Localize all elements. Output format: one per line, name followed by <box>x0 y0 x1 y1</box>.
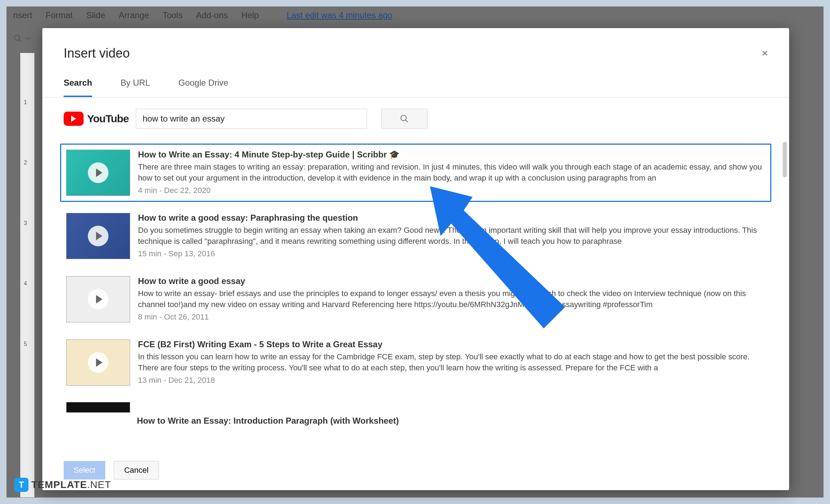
video-thumbnail <box>66 213 130 259</box>
result-meta: 15 min - Sep 13, 2016 <box>138 249 765 258</box>
result-item[interactable]: How to write a good essay: Paraphrasing … <box>60 207 771 265</box>
select-button[interactable]: Select <box>64 461 105 479</box>
toolbar <box>13 34 30 43</box>
dialog-header: Insert video × <box>42 28 789 68</box>
play-overlay-icon <box>88 162 108 183</box>
dialog-tabs: Search By URL Google Drive <box>42 68 789 97</box>
search-icon <box>400 114 409 123</box>
search-input[interactable] <box>136 109 367 129</box>
video-thumbnail <box>66 276 130 322</box>
result-title: FCE (B2 First) Writing Exam - 5 Steps to… <box>138 339 765 349</box>
play-overlay-icon <box>88 289 108 310</box>
menu-slide[interactable]: Slide <box>86 10 105 20</box>
watermark-badge: T <box>14 478 28 492</box>
play-overlay-icon <box>88 352 108 373</box>
result-title: How to Write an Essay: Introduction Para… <box>60 416 771 426</box>
dialog-footer: Select Cancel <box>42 454 789 490</box>
chevron-down-icon <box>25 36 30 41</box>
ruler-tick: 5 <box>24 341 27 347</box>
insert-video-dialog: Insert video × Search By URL Google Driv… <box>42 28 789 490</box>
zoom-dropdown[interactable] <box>13 34 30 43</box>
dialog-title: Insert video <box>64 46 130 61</box>
app-background: nsert Format Slide Arrange Tools Add-ons… <box>6 6 824 498</box>
svg-point-0 <box>14 35 20 40</box>
menu-format[interactable]: Format <box>46 10 73 20</box>
menu-addons[interactable]: Add-ons <box>196 10 228 20</box>
play-overlay-icon <box>88 226 108 246</box>
ruler-tick: 4 <box>24 280 27 287</box>
youtube-label: YouTube <box>87 113 129 125</box>
result-meta: 13 min - Dec 21, 2018 <box>138 376 765 385</box>
ruler-tick: 3 <box>24 220 27 226</box>
youtube-logo: YouTube <box>64 112 129 126</box>
tab-search[interactable]: Search <box>64 78 92 97</box>
svg-point-2 <box>401 115 406 120</box>
menu-arrange[interactable]: Arrange <box>119 10 149 20</box>
menu-help[interactable]: Help <box>241 10 259 20</box>
video-thumbnail <box>66 339 130 386</box>
result-description: There are three main stages to writing a… <box>138 162 765 184</box>
cancel-button[interactable]: Cancel <box>114 461 159 479</box>
tab-by-url[interactable]: By URL <box>121 78 150 97</box>
last-edit-link[interactable]: Last edit was 4 minutes ago <box>287 10 393 20</box>
search-results: How to Write an Essay: 4 Minute Step-by-… <box>42 134 789 454</box>
menu-bar: nsert Format Slide Arrange Tools Add-ons… <box>7 7 823 24</box>
result-meta: 4 min - Dec 22, 2020 <box>138 186 765 195</box>
search-area: YouTube <box>42 97 789 134</box>
ruler-tick: 1 <box>24 99 27 106</box>
vertical-ruler: 1 2 3 4 5 <box>20 53 34 497</box>
menu-tools[interactable]: Tools <box>163 10 182 20</box>
result-item[interactable]: FCE (B2 First) Writing Exam - 5 Steps to… <box>60 333 771 392</box>
menu-insert[interactable]: nsert <box>13 10 32 20</box>
search-button[interactable] <box>381 109 427 129</box>
svg-line-3 <box>405 120 408 122</box>
result-description: How to write an essay- brief essays and … <box>138 288 765 310</box>
zoom-icon <box>13 34 22 43</box>
watermark-text: TEMPLATE.NET <box>31 479 111 490</box>
result-title: How to Write an Essay: 4 Minute Step-by-… <box>138 150 765 160</box>
video-thumbnail <box>66 402 130 413</box>
youtube-play-icon <box>64 112 84 126</box>
result-item[interactable] <box>60 397 771 419</box>
ruler-tick: 2 <box>24 160 27 166</box>
result-item[interactable]: How to Write an Essay: 4 Minute Step-by-… <box>60 144 771 202</box>
result-title: How to write a good essay: Paraphrasing … <box>138 213 765 223</box>
scrollbar[interactable] <box>783 142 787 177</box>
result-meta: 8 min - Oct 26, 2011 <box>138 312 765 322</box>
result-description: In this lesson you can learn how to writ… <box>138 352 765 374</box>
result-title: How to write a good essay <box>138 276 765 286</box>
watermark: T TEMPLATE.NET <box>14 478 111 492</box>
tab-google-drive[interactable]: Google Drive <box>179 78 228 97</box>
video-thumbnail <box>66 150 130 196</box>
close-icon[interactable]: × <box>762 48 768 59</box>
result-item[interactable]: How to write a good essay How to write a… <box>60 270 771 328</box>
result-description: Do you sometimes struggle to begin writi… <box>138 225 765 247</box>
svg-line-1 <box>19 39 21 42</box>
